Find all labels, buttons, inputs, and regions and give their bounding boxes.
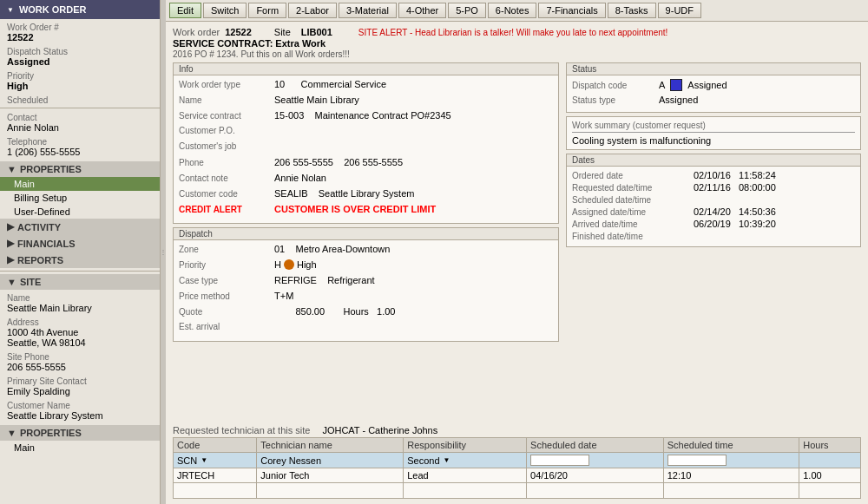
po-line: 2016 PO # 1234. Put this on all Work ord…	[173, 49, 861, 59]
primary-contact-label: Primary Site Contact	[0, 375, 160, 386]
zone-value: 01 Metro Area-Downtown	[274, 244, 553, 254]
work-order-number: 12522	[0, 32, 160, 45]
row2-code: JRTECH	[174, 468, 257, 483]
table-row-empty	[174, 483, 861, 499]
tasks-button[interactable]: 8-Tasks	[608, 3, 656, 18]
properties-group-header[interactable]: ▼ PROPERTIES	[0, 161, 160, 177]
case-type-value: REFRIGE Refrigerant	[274, 275, 553, 285]
financials-button[interactable]: 7-Financials	[538, 3, 605, 18]
reports-group-header[interactable]: ▶ REPORTS	[0, 252, 160, 268]
row1-responsibility: Second ▼	[404, 453, 527, 468]
sidebar-collapse-icon[interactable]: ▼	[7, 6, 14, 14]
site-address-value: 1000 4th AvenueSeattle, WA 98104	[0, 327, 160, 350]
labor-button[interactable]: 2-Labor	[288, 3, 337, 18]
site-address-label: Address	[0, 316, 160, 327]
credit-alert-value: CUSTOMER IS OVER CREDIT LIMIT	[274, 204, 553, 214]
udf-button[interactable]: 9-UDF	[658, 3, 701, 18]
row1-name: Corey Nessen	[257, 453, 404, 468]
col-scheduled-time: Scheduled time	[663, 438, 799, 453]
switch-button[interactable]: Switch	[203, 3, 247, 18]
material-button[interactable]: 3-Material	[339, 3, 397, 18]
col-code: Code	[174, 438, 257, 453]
service-contract-label: Service contract	[179, 111, 274, 121]
quote-label: Quote	[179, 307, 274, 317]
est-arrival-label: Est. arrival	[179, 322, 274, 331]
arrived-date-label: Arrived date/time	[572, 219, 694, 229]
table-row: SCN ▼ Corey Nessen Second ▼	[174, 453, 861, 468]
sidebar-item-site-main[interactable]: Main	[0, 441, 160, 455]
row1-hours	[799, 453, 861, 468]
customer-code-label: Customer code	[179, 189, 274, 199]
work-summary-label: Work summary (customer request)	[572, 121, 855, 130]
priority-value: High	[0, 81, 160, 94]
customer-po-label: Customer P.O.	[179, 126, 274, 135]
dispatch-code-color	[670, 79, 682, 91]
financials-label: FINANCIALS	[17, 239, 76, 249]
contact-note-value: Annie Nolan	[274, 173, 553, 183]
sidebar-header: ▼ WORK ORDER	[0, 0, 160, 19]
edit-button[interactable]: Edit	[169, 3, 201, 18]
technician-table: Code Technician name Responsibility Sche…	[173, 437, 861, 499]
row1-resp-dropdown-icon[interactable]: ▼	[444, 456, 450, 464]
work-summary-value: Cooling system is malfunctioning	[572, 135, 855, 146]
ordered-date-label: Ordered date	[572, 171, 694, 180]
site-properties-group-header[interactable]: ▼ PROPERTIES	[0, 425, 160, 441]
financials-group-header[interactable]: ▶ FINANCIALS	[0, 235, 160, 252]
sidebar-item-user-defined[interactable]: User-Defined	[0, 205, 160, 219]
work-order-top-label: Work order	[173, 27, 220, 37]
dispatch-code-label: Dispatch code	[572, 81, 659, 90]
site-top-value: LIB001	[301, 27, 332, 37]
sidebar-item-billing-setup[interactable]: Billing Setup	[0, 191, 160, 205]
contract-line: SERVICE CONTRACT: Extra Work	[173, 38, 861, 49]
contact-label: Contact	[0, 111, 160, 122]
row1-scheduled-time[interactable]	[663, 453, 799, 468]
notes-button[interactable]: 6-Notes	[488, 3, 537, 18]
row1-scheduled-date[interactable]	[527, 453, 664, 468]
po-button[interactable]: 5-PO	[448, 3, 486, 18]
dispatch-section: Dispatch Zone 01 Metro Area-Downtown Pri…	[173, 227, 559, 342]
case-type-label: Case type	[179, 276, 274, 285]
arrived-date-value: 06/20/19 10:39:20	[694, 219, 776, 229]
primary-contact-value: Emily Spalding	[0, 386, 160, 399]
row2-scheduled-date: 04/16/20	[527, 468, 664, 483]
status-type-value: Assigned	[659, 95, 698, 105]
reports-collapse-icon: ▶	[7, 254, 14, 265]
site-alert: SITE ALERT - Head Librarian is a talker!…	[350, 28, 861, 37]
service-contract-value: 15-003 Maintenance Contract PO#2345	[274, 110, 553, 121]
form-button[interactable]: Form	[248, 3, 286, 18]
work-order-type-value: 10 Commercial Service	[274, 79, 553, 89]
dates-section: Dates Ordered date 02/10/16 11:58:24 Req…	[566, 154, 861, 247]
priority-dot	[284, 259, 294, 270]
site-properties-label: PROPERTIES	[20, 428, 82, 438]
row2-name: Junior Tech	[257, 468, 404, 483]
activity-collapse-icon: ▶	[7, 221, 14, 232]
priority-label: Priority	[0, 69, 160, 81]
other-button[interactable]: 4-Other	[398, 3, 446, 18]
quote-value: 850.00 Hours 1.00	[274, 306, 553, 317]
info-section: Info Work order type 10 Commercial Servi…	[173, 62, 559, 224]
dispatch-code-value: A Assigned	[659, 79, 727, 91]
phone-values: 206 555-5555 206 555-5555	[274, 157, 553, 167]
phone-label: Phone	[179, 158, 274, 167]
scheduled-date-label: Scheduled date/time	[572, 195, 694, 205]
status-section: Status Dispatch code A Assigned Status t…	[566, 62, 861, 113]
assigned-date-label: Assigned date/time	[572, 207, 694, 217]
work-order-type-label: Work order type	[179, 80, 274, 89]
row1-dropdown-icon[interactable]: ▼	[201, 456, 207, 464]
financials-collapse-icon: ▶	[7, 238, 14, 249]
priority-dispatch-label: Priority	[179, 260, 274, 270]
sidebar-title: WORK ORDER	[19, 4, 87, 15]
finished-date-value	[694, 231, 701, 241]
properties-collapse-icon: ▼	[7, 164, 16, 174]
assigned-date-value: 02/14/20 14:50:36	[694, 206, 776, 217]
activity-group-header[interactable]: ▶ ACTIVITY	[0, 219, 160, 235]
scheduled-date-value	[694, 194, 701, 205]
site-group-header[interactable]: ▼ SITE	[0, 274, 160, 290]
sidebar-item-main[interactable]: Main	[0, 177, 160, 191]
contact-note-label: Contact note	[179, 173, 274, 183]
col-hours: Hours	[799, 438, 861, 453]
work-order-number-label: Work Order #	[0, 21, 160, 32]
customers-job-label: Customer's job	[179, 141, 274, 151]
name-value: Seattle Main Library	[274, 95, 553, 105]
col-tech-name: Technician name	[257, 438, 404, 453]
